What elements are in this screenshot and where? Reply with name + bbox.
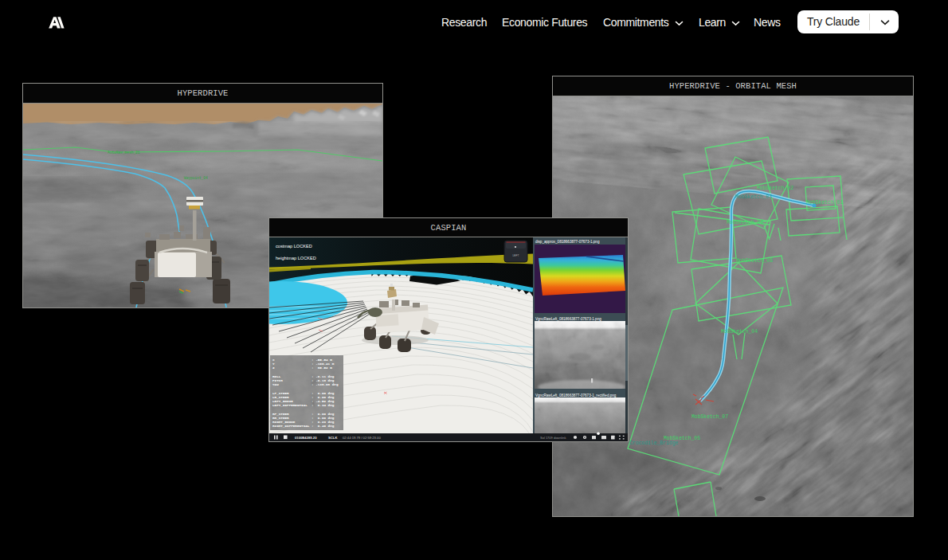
svg-text:disp_approx_0818663877-07673-1: disp_approx_0818663877-07673-1.png bbox=[535, 240, 600, 244]
svg-text:AutoNav_mesh_21: AutoNav_mesh_21 bbox=[108, 151, 140, 155]
svg-text:02:44:19.79 / 02:59:23.00: 02:44:19.79 / 02:59:23.00 bbox=[343, 436, 381, 440]
svg-text:RIGHT_DIFFERENTIAL : 0.40 deg: RIGHT_DIFFERENTIAL : 0.40 deg bbox=[272, 424, 335, 428]
svg-text:MobSketch_07: MobSketch_07 bbox=[691, 414, 728, 420]
svg-text:MobSketch_02: MobSketch_02 bbox=[757, 186, 793, 191]
svg-text:LEFT: LEFT bbox=[513, 254, 519, 257]
svg-text:VgncRawLeft_0818663877-07673-1: VgncRawLeft_0818663877-07673-1_rectified… bbox=[535, 394, 617, 397]
svg-text:MobSketch_08: MobSketch_08 bbox=[736, 258, 773, 264]
svg-text:heightmap LOCKED: heightmap LOCKED bbox=[276, 256, 316, 260]
svg-text:MobSketch_06: MobSketch_06 bbox=[727, 220, 763, 225]
svg-text:Z : 85.52 m: Z : 85.52 m bbox=[272, 366, 332, 370]
svg-text:Waypoint_04: Waypoint_04 bbox=[184, 176, 208, 180]
svg-text:MobSketch_01: MobSketch_01 bbox=[806, 200, 843, 206]
svg-text:MobSketch_04: MobSketch_04 bbox=[721, 329, 758, 335]
svg-text:LEFT_DIFFERENTIAL : 0.34 deg: LEFT_DIFFERENTIAL : 0.34 deg bbox=[272, 403, 335, 407]
svg-text:Crocodile_Bridge: Crocodile_Bridge bbox=[629, 441, 679, 446]
svg-text:VgncRawLeft_0818663877-07673-1: VgncRawLeft_0818663877-07673-1.png bbox=[535, 317, 601, 321]
svg-text:MobSketch_03: MobSketch_03 bbox=[735, 194, 772, 200]
svg-text:costmap LOCKED: costmap LOCKED bbox=[276, 244, 312, 249]
svg-text:Sol 1709 downlink: Sol 1709 downlink bbox=[540, 436, 566, 440]
svg-text:0100B4289.20: 0100B4289.20 bbox=[295, 436, 317, 440]
svg-text:YAW : -138.68 d: YAW : -138.68 deg bbox=[272, 382, 339, 386]
svg-text:SCLK: SCLK bbox=[328, 436, 337, 440]
